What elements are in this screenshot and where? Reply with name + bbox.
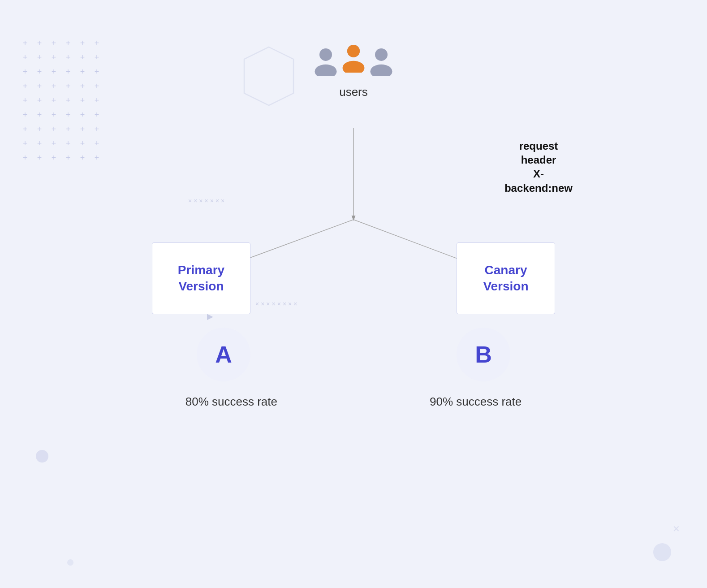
circle-badges-row: A B <box>197 328 510 381</box>
version-boxes-row: Primary Version Canary Version <box>152 242 555 314</box>
primary-version-box: Primary Version <box>152 242 250 314</box>
svg-point-8 <box>347 45 360 57</box>
circle-badge-a: A <box>197 328 250 381</box>
user-icon-3 <box>366 45 397 76</box>
user-icon-1 <box>310 45 341 76</box>
canary-version-label: Canary Version <box>483 262 528 295</box>
users-icons-group <box>310 45 397 76</box>
success-rates-row: 80% success rate 90% success rate <box>185 395 522 409</box>
svg-point-10 <box>371 65 392 76</box>
svg-point-4 <box>319 48 332 61</box>
user-icon-2 <box>338 41 369 73</box>
circle-badge-b: B <box>457 328 510 381</box>
users-label: users <box>339 85 368 99</box>
primary-version-label: Primary Version <box>178 262 224 295</box>
primary-success-rate: 80% success rate <box>185 395 277 409</box>
svg-point-9 <box>375 48 388 61</box>
canary-success-rate: 90% success rate <box>430 395 522 409</box>
circle-a-label: A <box>215 341 232 368</box>
users-section: users <box>310 45 397 99</box>
svg-point-5 <box>315 65 337 76</box>
circle-b-label: B <box>475 341 492 368</box>
canary-version-box: Canary Version <box>457 242 555 314</box>
diagram-container: users Primary Version Canary Version A B… <box>0 0 707 588</box>
svg-point-7 <box>343 61 365 73</box>
